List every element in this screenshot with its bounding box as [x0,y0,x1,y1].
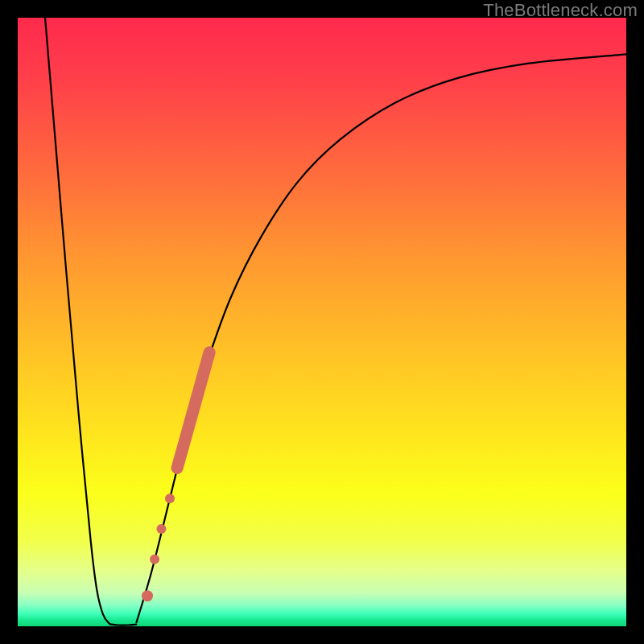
curve-valley-floor [112,625,136,625]
watermark-text: TheBottleneck.com [483,0,638,21]
curve-left-branch [45,18,112,625]
chart-svg [18,18,626,626]
marker-dot [142,590,153,601]
curve-right-branch [136,54,626,622]
marker-dot [156,524,166,534]
marker-band [177,353,209,469]
plot-area [18,18,626,626]
chart-container: TheBottleneck.com [0,0,644,644]
marker-dot [150,555,159,564]
marker-dot [165,493,175,503]
